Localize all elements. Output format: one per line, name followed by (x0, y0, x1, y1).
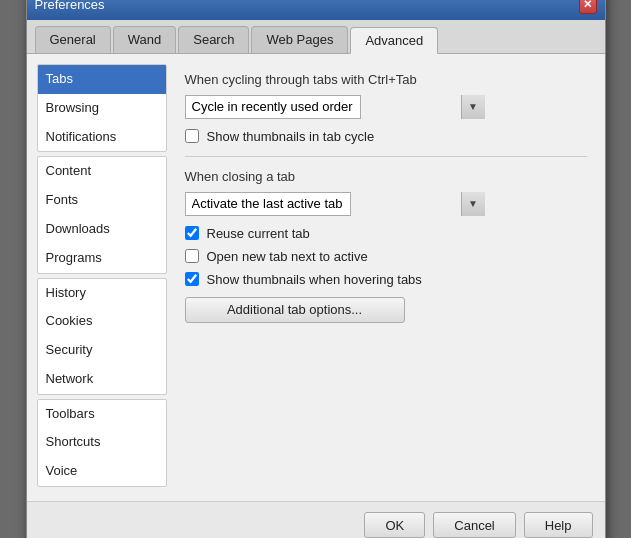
show-thumbnails-row: Show thumbnails in tab cycle (185, 129, 587, 144)
cycling-dropdown-row: Cycle in recently used order ▼ (185, 95, 587, 119)
sidebar-item-voice[interactable]: Voice (38, 457, 166, 486)
sidebar-group-2: Content Fonts Downloads Programs (37, 156, 167, 273)
sidebar-item-browsing[interactable]: Browsing (38, 94, 166, 123)
reuse-tab-row: Reuse current tab (185, 226, 587, 241)
show-thumbnails-label: Show thumbnails in tab cycle (207, 129, 375, 144)
content-panel: When cycling through tabs with Ctrl+Tab … (177, 64, 595, 491)
show-hover-row: Show thumbnails when hovering tabs (185, 272, 587, 287)
sidebar-item-history[interactable]: History (38, 279, 166, 308)
sidebar-item-shortcuts[interactable]: Shortcuts (38, 428, 166, 457)
sidebar-item-downloads[interactable]: Downloads (38, 215, 166, 244)
cycling-dropdown[interactable]: Cycle in recently used order (185, 95, 361, 119)
closing-dropdown-arrow-icon: ▼ (461, 192, 485, 216)
additional-options-button[interactable]: Additional tab options... (185, 297, 405, 323)
sidebar-item-fonts[interactable]: Fonts (38, 186, 166, 215)
sidebar-item-tabs[interactable]: Tabs (38, 65, 166, 94)
cycling-section-label: When cycling through tabs with Ctrl+Tab (185, 72, 587, 87)
tab-webpages[interactable]: Web Pages (251, 26, 348, 53)
tab-search[interactable]: Search (178, 26, 249, 53)
sidebar-item-network[interactable]: Network (38, 365, 166, 394)
show-hover-label: Show thumbnails when hovering tabs (207, 272, 422, 287)
sidebar-item-notifications[interactable]: Notifications (38, 123, 166, 152)
show-thumbnails-checkbox[interactable] (185, 129, 199, 143)
sidebar-item-programs[interactable]: Programs (38, 244, 166, 273)
sidebar-group-4: Toolbars Shortcuts Voice (37, 399, 167, 487)
cycling-dropdown-arrow-icon: ▼ (461, 95, 485, 119)
sidebar-item-content[interactable]: Content (38, 157, 166, 186)
close-button[interactable]: ✕ (579, 0, 597, 14)
closing-section-label: When closing a tab (185, 169, 587, 184)
tab-advanced[interactable]: Advanced (350, 27, 438, 54)
show-hover-checkbox[interactable] (185, 272, 199, 286)
open-next-label: Open new tab next to active (207, 249, 368, 264)
main-content: Tabs Browsing Notifications Content Font… (27, 54, 605, 501)
window-title: Preferences (35, 0, 105, 12)
closing-dropdown-row: Activate the last active tab ▼ (185, 192, 587, 216)
titlebar: Preferences ✕ (27, 0, 605, 20)
sidebar-group-1: Tabs Browsing Notifications (37, 64, 167, 152)
divider-1 (185, 156, 587, 157)
help-button[interactable]: Help (524, 512, 593, 538)
ok-button[interactable]: OK (364, 512, 425, 538)
tab-general[interactable]: General (35, 26, 111, 53)
sidebar-item-toolbars[interactable]: Toolbars (38, 400, 166, 429)
cancel-button[interactable]: Cancel (433, 512, 515, 538)
open-next-checkbox[interactable] (185, 249, 199, 263)
sidebar-item-cookies[interactable]: Cookies (38, 307, 166, 336)
closing-dropdown[interactable]: Activate the last active tab (185, 192, 351, 216)
cycling-dropdown-wrapper: Cycle in recently used order ▼ (185, 95, 485, 119)
footer: OK Cancel Help (27, 501, 605, 538)
sidebar-group-3: History Cookies Security Network (37, 278, 167, 395)
open-next-row: Open new tab next to active (185, 249, 587, 264)
reuse-tab-checkbox[interactable] (185, 226, 199, 240)
tabs-bar: General Wand Search Web Pages Advanced (27, 20, 605, 54)
tab-wand[interactable]: Wand (113, 26, 176, 53)
sidebar-item-security[interactable]: Security (38, 336, 166, 365)
preferences-window: Preferences ✕ General Wand Search Web Pa… (26, 0, 606, 538)
sidebar: Tabs Browsing Notifications Content Font… (37, 64, 167, 491)
reuse-tab-label: Reuse current tab (207, 226, 310, 241)
closing-dropdown-wrapper: Activate the last active tab ▼ (185, 192, 485, 216)
